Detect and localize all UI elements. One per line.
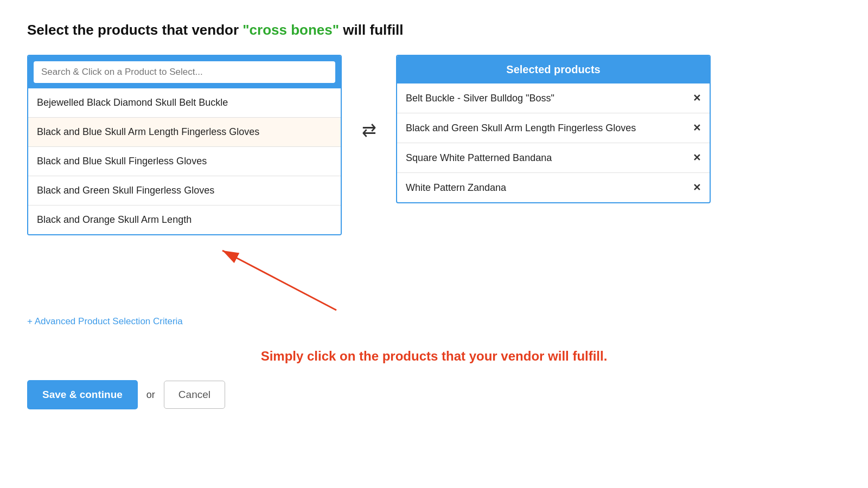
selected-item: Belt Buckle - Silver Bulldog "Boss"✕ (397, 84, 710, 113)
selected-item: White Pattern Zandana✕ (397, 173, 710, 202)
product-list: Bejewelled Black Diamond Skull Belt Buck… (28, 88, 341, 234)
dual-panel: Bejewelled Black Diamond Skull Belt Buck… (27, 55, 841, 235)
instruction-text: Simply click on the products that your v… (27, 349, 841, 364)
list-item[interactable]: Black and Green Skull Fingerless Gloves (28, 176, 341, 206)
search-input[interactable] (34, 61, 335, 83)
title-prefix: Select the products that vendor (27, 22, 242, 38)
title-suffix: will fulfill (339, 22, 403, 38)
list-item[interactable]: Black and Orange Skull Arm Length (28, 206, 341, 234)
selected-item-name: Belt Buckle - Silver Bulldog "Boss" (406, 93, 554, 104)
selected-item: Black and Green Skull Arm Length Fingerl… (397, 113, 710, 143)
left-panel: Bejewelled Black Diamond Skull Belt Buck… (27, 55, 342, 235)
transfer-arrows: ⇄ (342, 55, 396, 140)
list-item[interactable]: Black and Blue Skull Arm Length Fingerle… (28, 118, 341, 147)
annotation-container (27, 240, 841, 316)
remove-item-button[interactable]: ✕ (693, 182, 701, 194)
selected-list: Belt Buckle - Silver Bulldog "Boss"✕Blac… (397, 84, 710, 202)
transfer-icon: ⇄ (362, 120, 376, 140)
selected-products-header: Selected products (397, 56, 710, 84)
right-panel: Selected products Belt Buckle - Silver B… (396, 55, 711, 203)
list-item[interactable]: Bejewelled Black Diamond Skull Belt Buck… (28, 88, 341, 118)
list-item[interactable]: Black and Blue Skull Fingerless Gloves (28, 147, 341, 176)
selected-item: Square White Patterned Bandana✕ (397, 143, 710, 173)
save-continue-button[interactable]: Save & continue (27, 380, 138, 409)
selected-item-name: Black and Green Skull Arm Length Fingerl… (406, 123, 636, 134)
svg-line-1 (222, 251, 336, 310)
advanced-criteria-link[interactable]: + Advanced Product Selection Criteria (27, 316, 183, 327)
remove-item-button[interactable]: ✕ (693, 92, 701, 104)
annotation-arrow (54, 240, 434, 316)
selected-item-name: White Pattern Zandana (406, 182, 506, 194)
or-text: or (146, 389, 155, 401)
cancel-button[interactable]: Cancel (164, 381, 225, 409)
vendor-name: "cross bones" (242, 22, 339, 38)
selected-item-name: Square White Patterned Bandana (406, 152, 552, 164)
page-title: Select the products that vendor "cross b… (27, 22, 841, 38)
remove-item-button[interactable]: ✕ (693, 152, 701, 164)
search-wrap (28, 56, 341, 88)
bottom-row: Save & continue or Cancel (27, 380, 841, 409)
remove-item-button[interactable]: ✕ (693, 122, 701, 134)
